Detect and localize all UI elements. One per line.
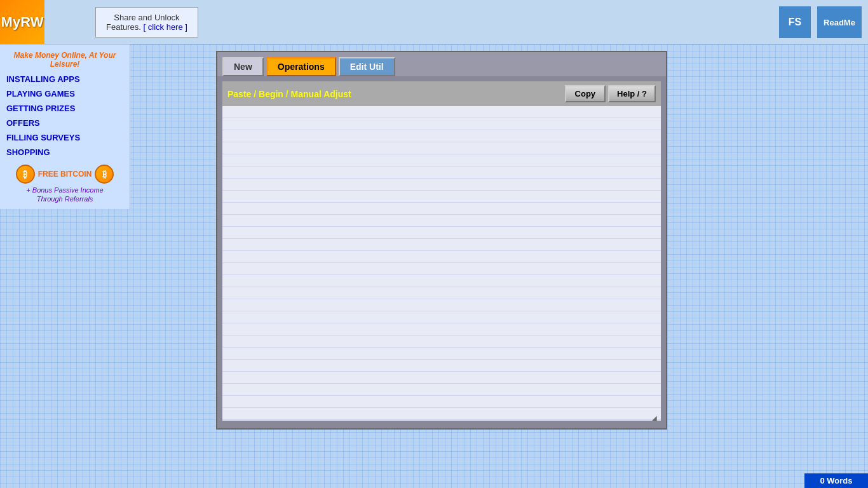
main-panel: New Operations Edit Util Paste / Begin /…: [216, 51, 667, 430]
share-link[interactable]: [ click here ]: [144, 22, 187, 32]
logo-line2: RW: [20, 14, 43, 30]
sidebar-item-getting-prizes[interactable]: GETTING PRIZES: [0, 101, 130, 116]
help-button[interactable]: Help / ?: [608, 85, 656, 102]
readme-button[interactable]: ReadMe: [817, 6, 862, 38]
tab-operations[interactable]: Operations: [266, 57, 336, 76]
bitcoin-icon-left: ₿: [16, 165, 35, 184]
sidebar-bitcoin-section: ₿ FREE BITCOIN ₿: [0, 159, 130, 185]
fs-button[interactable]: FS: [779, 6, 811, 38]
sidebar-item-offers[interactable]: OFFERS: [0, 116, 130, 130]
share-box: Share and Unlock Features. [ click here …: [95, 7, 198, 37]
sidebar-item-playing-games[interactable]: PLAYING GAMES: [0, 86, 130, 101]
sidebar-tagline: Make Money Online, At Your Leisure!: [0, 48, 130, 72]
sidebar: Make Money Online, At Your Leisure! INST…: [0, 44, 130, 209]
toolbar-buttons: Copy Help / ?: [565, 85, 656, 102]
logo: My RW: [0, 0, 44, 44]
content-area: Paste / Begin / Manual Adjust Copy Help …: [217, 76, 666, 428]
share-features: Features.: [106, 22, 141, 32]
main-textarea[interactable]: [222, 106, 661, 421]
sidebar-item-installing-apps[interactable]: INSTALLING APPS: [0, 72, 130, 86]
sidebar-bonus: + Bonus Passive Income: [0, 185, 130, 195]
sidebar-referrals: Through Referrals: [0, 195, 130, 206]
copy-button[interactable]: Copy: [565, 85, 606, 102]
sidebar-item-filling-surveys[interactable]: FILLING SURVEYS: [0, 130, 130, 145]
logo-line1: My: [1, 14, 21, 30]
tab-edit-util[interactable]: Edit Util: [339, 57, 395, 76]
sidebar-item-shopping[interactable]: SHOPPING: [0, 145, 130, 159]
word-count-bar: 0 Words: [804, 473, 868, 488]
textarea-container: ◢: [222, 106, 661, 423]
header: My RW Share and Unlock Features. [ click…: [0, 0, 868, 44]
paste-label: Paste / Begin / Manual Adjust: [227, 89, 351, 99]
toolbar-row: Paste / Begin / Manual Adjust Copy Help …: [222, 81, 661, 106]
share-text: Share and Unlock: [114, 13, 179, 22]
bitcoin-icon-right: ₿: [95, 165, 114, 184]
bitcoin-text: FREE BITCOIN: [38, 170, 92, 179]
tab-bar: New Operations Edit Util: [217, 52, 666, 76]
resize-handle[interactable]: ◢: [652, 414, 660, 422]
tab-new[interactable]: New: [222, 57, 264, 76]
